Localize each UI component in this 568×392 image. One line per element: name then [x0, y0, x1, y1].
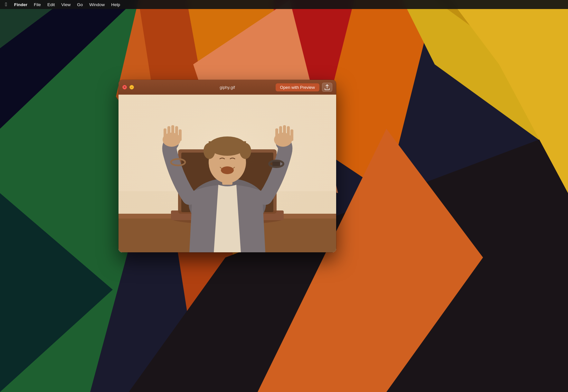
scene-svg [118, 95, 336, 252]
quicklook-content [118, 95, 336, 252]
close-icon: ✕ [123, 86, 126, 89]
quicklook-titlebar: ✕ – giphy.gif Open with Preview [118, 80, 336, 95]
window-buttons: ✕ – [122, 85, 134, 89]
apple-menu[interactable]:  [4, 0, 11, 9]
minimize-icon: – [131, 86, 132, 89]
go-menu[interactable]: Go [74, 0, 86, 9]
minimize-button[interactable]: – [129, 85, 134, 89]
quicklook-window: ✕ – giphy.gif Open with Preview [118, 80, 336, 252]
gif-preview [118, 95, 336, 252]
window-menu[interactable]: Window [86, 0, 108, 9]
view-menu[interactable]: View [58, 0, 74, 9]
open-with-preview-button[interactable]: Open with Preview [276, 83, 319, 91]
help-menu[interactable]: Help [108, 0, 123, 9]
titlebar-actions: Open with Preview [276, 83, 332, 92]
close-button[interactable]: ✕ [122, 85, 127, 89]
edit-menu[interactable]: Edit [44, 0, 58, 9]
share-button[interactable] [322, 83, 332, 92]
share-icon [325, 84, 330, 90]
menubar:  Finder File Edit View Go Window Help [0, 0, 568, 9]
filename-label: giphy.gif [220, 85, 235, 90]
finder-menu[interactable]: Finder [11, 0, 31, 9]
file-menu[interactable]: File [31, 0, 44, 9]
svg-rect-56 [118, 95, 336, 252]
